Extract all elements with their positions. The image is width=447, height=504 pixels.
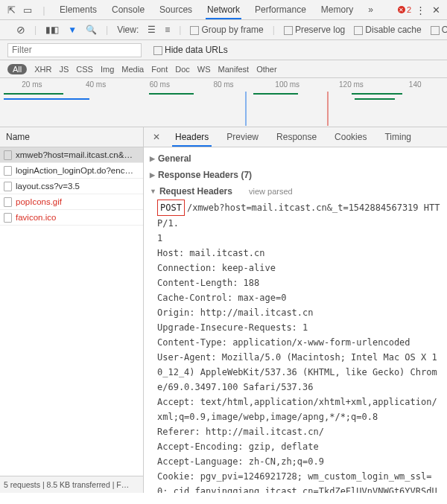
close-detail-icon[interactable]: ✕ [148, 132, 165, 142]
dtab-cookies[interactable]: Cookies [327, 127, 374, 147]
view-small-icon[interactable]: ≡ [165, 25, 170, 35]
disable-cache-checkbox[interactable]: Disable cache [354, 25, 421, 35]
type-ws[interactable]: WS [197, 65, 211, 74]
header-line: Content-Type: application/x-www-form-url… [150, 335, 441, 350]
request-line: POST/xmweb?host=mail.itcast.cn&_t=154288… [150, 200, 441, 231]
view-large-icon[interactable]: ☰ [148, 25, 156, 35]
tab-performance[interactable]: Performance [247, 0, 314, 19]
error-icon: ✕ [398, 6, 405, 13]
header-line: Upgrade-Insecure-Requests: 1 [150, 320, 441, 335]
inspect-icon[interactable]: ⇱ [3, 4, 19, 16]
header-line: Referer: http://mail.itcast.cn/ [150, 424, 441, 439]
tick: 60 ms [127, 80, 191, 89]
devtools-topbar: ⇱ ▭ | Elements Console Sources Network P… [0, 0, 447, 20]
tab-sources[interactable]: Sources [152, 0, 200, 19]
type-img[interactable]: Img [101, 65, 114, 74]
divider: | [179, 25, 181, 35]
header-line: Cache-Control: max-age=0 [150, 290, 441, 305]
filter-bar: Hide data URLs [0, 40, 447, 60]
hide-data-urls-checkbox[interactable]: Hide data URLs [153, 45, 228, 55]
tab-memory[interactable]: Memory [314, 0, 361, 19]
tick: 100 ms [256, 80, 320, 89]
filter-input[interactable] [7, 43, 142, 57]
close-icon[interactable]: ✕ [428, 4, 444, 16]
detail-tabs: ✕ Headers Preview Response Cookies Timin… [144, 127, 447, 147]
preserve-log-checkbox[interactable]: Preserve log [284, 25, 345, 35]
header-line: Connection: keep-alive [150, 261, 441, 275]
triangle-right-icon: ▶ [150, 155, 155, 162]
device-toggle-icon[interactable]: ▭ [19, 4, 36, 16]
dtab-response[interactable]: Response [269, 127, 324, 147]
header-line: Accept-Encoding: gzip, deflate [150, 439, 441, 454]
split-view: Name xmweb?host=mail.itcast.cn&… loginAc… [0, 127, 447, 493]
list-item[interactable]: xmweb?host=mail.itcast.cn&… [0, 147, 143, 163]
type-xhr[interactable]: XHR [34, 65, 51, 74]
filter-icon[interactable]: ▼ [68, 25, 77, 35]
clear-icon[interactable]: ⊘ [16, 24, 25, 36]
list-item[interactable]: layout.css?v=3.5 [0, 179, 143, 194]
tick: 120 ms [320, 80, 384, 89]
section-response-headers[interactable]: ▶Response Headers (7) [150, 167, 441, 183]
error-badge[interactable]: ✕ 2 [398, 5, 411, 14]
group-by-frame-checkbox[interactable]: Group by frame [190, 25, 263, 35]
divider: | [34, 25, 37, 35]
tab-more[interactable]: » [361, 0, 381, 19]
section-request-headers[interactable]: ▼ Request Headers view parsed [150, 183, 441, 200]
tick: 140 [383, 80, 447, 89]
type-css[interactable]: CSS [76, 65, 93, 74]
type-manifest[interactable]: Manifest [218, 65, 250, 74]
tab-elements[interactable]: Elements [52, 0, 104, 19]
header-line: Accept: text/html,application/xhtml+xml,… [150, 395, 441, 424]
file-icon [4, 166, 12, 176]
request-list-panel: Name xmweb?host=mail.itcast.cn&… loginAc… [0, 127, 144, 493]
tab-network[interactable]: Network [200, 0, 247, 19]
list-item[interactable]: loginAction_loginOpt.do?enc… [0, 163, 143, 179]
type-doc[interactable]: Doc [175, 65, 190, 74]
header-line: User-Agent: Mozilla/5.0 (Macintosh; Inte… [150, 350, 441, 395]
timeline-overview[interactable]: 20 ms 40 ms 60 ms 80 ms 100 ms 120 ms 14… [0, 78, 447, 127]
header-line: Host: mail.itcast.cn [150, 246, 441, 261]
type-font[interactable]: Font [151, 65, 168, 74]
list-item[interactable]: favicon.ico [0, 210, 143, 226]
file-icon [4, 150, 12, 160]
header-line: Content-Length: 188 [150, 275, 441, 290]
camera-icon[interactable]: ▮◧ [45, 25, 59, 35]
timeline-bars [0, 92, 447, 126]
tick: 20 ms [0, 80, 64, 89]
tick: 80 ms [191, 80, 256, 89]
type-all[interactable]: All [7, 64, 27, 74]
status-bar: 5 requests | 8.5 KB transferred | F… [0, 476, 143, 493]
menu-icon[interactable]: ⋮ [411, 4, 428, 16]
main-tabs: Elements Console Sources Network Perform… [52, 0, 398, 19]
type-js[interactable]: JS [59, 65, 69, 74]
divider: | [36, 4, 52, 16]
section-general[interactable]: ▶General [150, 150, 441, 167]
header-line: Accept-Language: zh-CN,zh;q=0.9 [150, 454, 441, 469]
method-badge: POST [157, 200, 185, 216]
type-filter-bar: All XHR JS CSS Img Media Font Doc WS Man… [0, 60, 447, 78]
offline-checkbox[interactable]: Offli [431, 25, 447, 35]
type-other[interactable]: Other [256, 65, 277, 74]
detail-body: ▶General ▶Response Headers (7) ▼ Request… [144, 147, 447, 493]
tick: 40 ms [64, 80, 128, 89]
network-toolbar: ⊘ | ▮◧ ▼ 🔍 | View: ☰ ≡ | Group by frame … [0, 20, 447, 40]
type-media[interactable]: Media [121, 65, 144, 74]
detail-panel: ✕ Headers Preview Response Cookies Timin… [144, 127, 447, 493]
dtab-headers[interactable]: Headers [168, 127, 216, 147]
divider: | [273, 25, 275, 35]
file-icon [4, 213, 12, 223]
tab-console[interactable]: Console [104, 0, 152, 19]
column-header-name[interactable]: Name [0, 127, 143, 147]
file-icon [4, 182, 12, 191]
list-item[interactable]: popIcons.gif [0, 194, 143, 210]
dtab-timing[interactable]: Timing [377, 127, 419, 147]
dtab-preview[interactable]: Preview [219, 127, 266, 147]
header-line: Cookie: pgv_pvi=1246921728; wm_custom_lo… [150, 469, 441, 493]
divider: | [106, 25, 108, 35]
request-list: xmweb?host=mail.itcast.cn&… loginAction_… [0, 147, 143, 476]
header-line: Origin: http://mail.itcast.cn [150, 305, 441, 320]
view-parsed-link[interactable]: view parsed [249, 187, 293, 196]
header-lines: Host: mail.itcast.cnConnection: keep-ali… [150, 246, 441, 493]
triangle-right-icon: ▶ [150, 171, 155, 179]
search-icon[interactable]: 🔍 [86, 25, 97, 35]
